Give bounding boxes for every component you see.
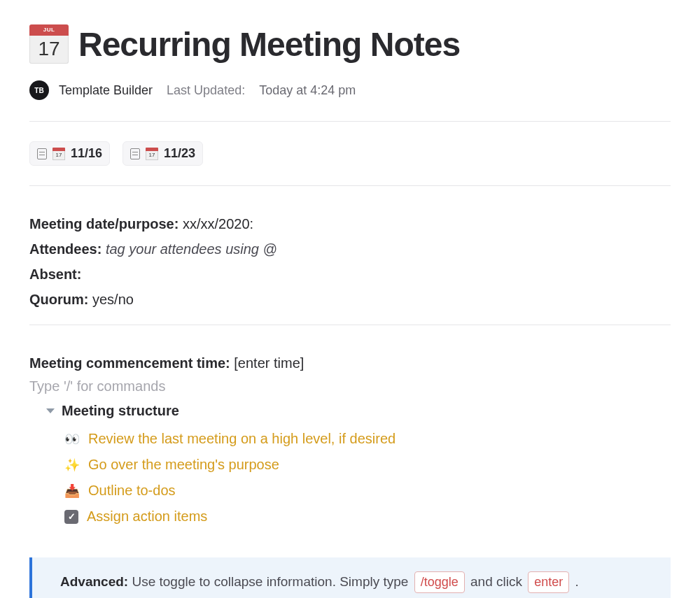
- calendar-month: JUL: [29, 24, 69, 36]
- quorum-value: yes/no: [92, 292, 134, 307]
- eyes-icon: 👀: [64, 432, 80, 447]
- author-name[interactable]: Template Builder: [59, 83, 153, 98]
- meeting-details[interactable]: Meeting date/purpose: xx/xx/2020: Attend…: [29, 186, 671, 325]
- checkbox-icon: [64, 510, 78, 524]
- date-value: xx/xx/2020:: [183, 216, 253, 232]
- sparkles-icon: ✨: [64, 457, 80, 473]
- commence-value: [enter time]: [234, 355, 304, 371]
- avatar[interactable]: TB: [29, 80, 49, 100]
- document-icon: [37, 148, 47, 159]
- slash-placeholder[interactable]: Type '/' for commands: [29, 378, 671, 394]
- title-row: JUL 17 Recurring Meeting Notes: [29, 24, 671, 64]
- subpage-link[interactable]: 17 11/23: [122, 141, 203, 166]
- item-link[interactable]: Outline to-dos: [88, 483, 176, 499]
- list-item[interactable]: Assign action items: [64, 504, 671, 529]
- callout-label: Advanced:: [60, 574, 128, 589]
- subpages-row: 17 11/16 17 11/23: [29, 122, 671, 185]
- chevron-down-icon[interactable]: [46, 408, 55, 413]
- quorum-line[interactable]: Quorum: yes/no: [29, 287, 671, 312]
- last-updated-value: Today at 4:24 pm: [259, 83, 356, 98]
- attendees-value: tag your attendees using @: [106, 241, 277, 257]
- attendees-label: Attendees:: [29, 241, 102, 257]
- callout-advanced[interactable]: Advanced: Use toggle to collapse informa…: [29, 557, 671, 598]
- callout-text: Use toggle to collapse information. Simp…: [132, 574, 408, 589]
- page-title[interactable]: Recurring Meeting Notes: [78, 25, 460, 64]
- subpage-label: 11/16: [71, 146, 102, 161]
- commence-label: Meeting commencement time:: [29, 355, 230, 371]
- toggle-header[interactable]: Meeting structure: [29, 400, 671, 422]
- code-enter: enter: [528, 571, 569, 593]
- subpage-link[interactable]: 17 11/16: [29, 141, 110, 166]
- toggle-block: Meeting structure 👀 Review the last meet…: [29, 400, 671, 529]
- calendar-day: 17: [29, 36, 69, 64]
- meta-row: TB Template Builder Last Updated: Today …: [29, 80, 671, 100]
- last-updated-label: Last Updated:: [167, 83, 245, 98]
- commencement-line[interactable]: Meeting commencement time: [enter time]: [29, 350, 671, 376]
- calendar-icon: 17: [52, 148, 65, 160]
- subpage-label: 11/23: [164, 146, 195, 161]
- calendar-icon: JUL 17: [29, 24, 69, 64]
- callout-text: .: [575, 574, 579, 589]
- list-item[interactable]: 📥 Outline to-dos: [64, 478, 671, 504]
- structure-list: 👀 Review the last meeting on a high leve…: [29, 426, 671, 529]
- list-item[interactable]: ✨ Go over the meeting's purpose: [64, 452, 671, 478]
- code-toggle: /toggle: [414, 571, 465, 593]
- callout-text: and click: [470, 574, 522, 589]
- document-icon: [130, 148, 140, 159]
- commencement-section: Meeting commencement time: [enter time] …: [29, 325, 671, 598]
- absent-line[interactable]: Absent:: [29, 262, 671, 287]
- item-link[interactable]: Assign action items: [87, 508, 207, 525]
- item-link[interactable]: Go over the meeting's purpose: [88, 457, 279, 473]
- meeting-date-line[interactable]: Meeting date/purpose: xx/xx/2020:: [29, 211, 671, 236]
- attendees-line[interactable]: Attendees: tag your attendees using @: [29, 236, 671, 262]
- date-label: Meeting date/purpose:: [29, 216, 178, 232]
- absent-label: Absent:: [29, 266, 81, 282]
- item-link[interactable]: Review the last meeting on a high level,…: [88, 431, 396, 447]
- quorum-label: Quorum:: [29, 292, 88, 307]
- calendar-icon: 17: [146, 148, 158, 160]
- inbox-icon: 📥: [64, 483, 80, 499]
- toggle-title: Meeting structure: [62, 403, 179, 419]
- list-item[interactable]: 👀 Review the last meeting on a high leve…: [64, 426, 671, 452]
